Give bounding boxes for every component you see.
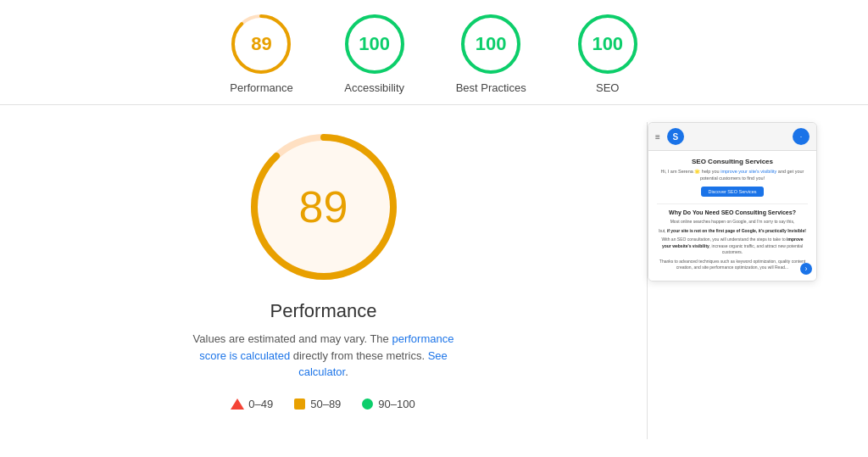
score-circle-performance: 89 [231,14,292,75]
performance-label: Performance [230,81,292,94]
browser-toolbar: ≡ S · [648,123,816,151]
legend-item-average: 50–89 [293,398,341,410]
accessibility-value: 100 [359,33,390,55]
avatar: S [667,128,684,145]
discover-button[interactable]: Discover SEO Services [701,187,763,197]
browser-content: SEO Consulting Services Hi, I am Serena … [648,151,816,281]
performance-title: Performance [270,300,377,322]
score-legend: 0–49 50–89 90–100 [231,398,415,410]
browser-body-2: but, if your site is not on the first pa… [657,228,808,235]
best-practices-value: 100 [476,33,507,55]
legend-item-pass: 90–100 [361,398,415,410]
score-item-performance[interactable]: 89 Performance [230,14,292,94]
average-icon [293,398,305,410]
big-performance-value: 89 [299,181,348,232]
content-divider [657,203,808,204]
score-item-seo[interactable]: 100 SEO [577,14,638,94]
left-panel: 89 Performance Values are estimated and … [0,105,647,456]
seo-value: 100 [592,33,623,55]
big-performance-circle: 89 [248,131,400,283]
browser-intro: Hi, I am Serena 🌟 help you improve your … [657,169,808,181]
scores-bar: 89 Performance 100 Accessibility 100 Bes… [0,0,868,105]
scroll-indicator[interactable]: › [800,263,812,275]
legend-average-range: 50–89 [310,398,341,410]
legend-pass-range: 90–100 [378,398,415,410]
score-item-best-practices[interactable]: 100 Best Practices [456,14,526,94]
pass-icon [361,398,373,410]
browser-site-title: SEO Consulting Services [657,158,808,165]
browser-body-3: With an SEO consultation, you will under… [657,237,808,256]
score-circle-accessibility: 100 [344,14,405,75]
menu-icon: ≡ [655,132,660,142]
accessibility-label: Accessibility [344,81,404,94]
browser-mockup-wrapper: ≡ S · SEO Consulting Services Hi, I am S… [648,122,817,281]
browser-mockup: ≡ S · SEO Consulting Services Hi, I am S… [648,122,817,281]
browser-body-4: Thanks to advanced techniques such as ke… [657,259,808,271]
best-practices-label: Best Practices [456,81,526,94]
performance-value: 89 [251,33,271,55]
legend-item-fail: 0–49 [231,398,273,410]
main-content: 89 Performance Values are estimated and … [0,105,868,456]
performance-description: Values are estimated and may vary. The p… [188,331,459,381]
right-panel: ≡ S · SEO Consulting Services Hi, I am S… [648,122,817,456]
score-circle-best-practices: 100 [460,14,521,75]
seo-label: SEO [596,81,619,94]
legend-fail-range: 0–49 [248,398,273,410]
browser-section-title: Why Do You Need SEO Consulting Services? [657,209,808,215]
score-circle-seo: 100 [577,14,638,75]
fail-icon [231,398,243,410]
notification-icon: · [793,128,810,145]
score-item-accessibility[interactable]: 100 Accessibility [344,14,405,94]
browser-body-1: Most online searches happen on Google, a… [657,219,808,226]
